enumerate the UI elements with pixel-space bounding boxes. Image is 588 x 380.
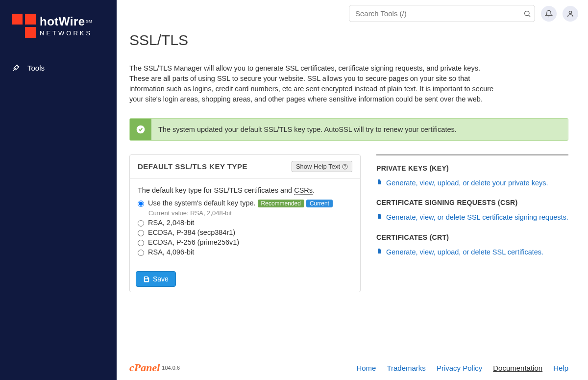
show-help-button[interactable]: Show Help Text: [292, 161, 352, 172]
save-label: Save: [153, 275, 169, 283]
svg-point-1: [569, 11, 571, 13]
footer: cPanel 104.0.6 HomeTrademarksPrivacy Pol…: [117, 355, 588, 380]
footer-link[interactable]: Documentation: [493, 364, 542, 372]
user-icon: [566, 10, 574, 18]
bell-icon: [545, 10, 553, 18]
check-circle-icon: [130, 119, 151, 140]
key-type-label: RSA, 2,048-bit: [148, 219, 194, 227]
svg-point-4: [345, 168, 345, 168]
key-type-radio[interactable]: [138, 230, 144, 236]
topbar: [117, 0, 588, 27]
search-button[interactable]: [523, 10, 531, 18]
key-type-option[interactable]: RSA, 2,048-bit: [138, 219, 352, 227]
file-icon: [376, 213, 382, 220]
right-panel: PRIVATE KEYS (KEY) Generate, view, uploa…: [376, 154, 568, 292]
page-intro: The SSL/TLS Manager will allow you to ge…: [129, 63, 502, 104]
file-icon: [376, 178, 382, 185]
svg-point-0: [525, 11, 529, 15]
cpanel-version: 104.0.6: [162, 365, 180, 371]
nav-tools[interactable]: Tools: [0, 57, 117, 78]
right-section-title: CERTIFICATE SIGNING REQUESTS (CSR): [376, 199, 568, 206]
right-section-link[interactable]: Generate, view, upload, or delete your p…: [376, 178, 568, 188]
search-icon: [523, 10, 531, 18]
card-description: The default key type for SSL/TLS certifi…: [138, 186, 352, 194]
csr-abbr: CSRs: [294, 186, 313, 195]
search-input[interactable]: [349, 5, 535, 22]
file-icon: [376, 248, 382, 254]
footer-link[interactable]: Privacy Policy: [437, 364, 482, 372]
key-type-radio[interactable]: [138, 250, 144, 256]
current-value-text: Current value: RSA, 2,048-bit: [148, 209, 352, 217]
key-type-radio[interactable]: [138, 240, 144, 246]
key-type-radio[interactable]: [138, 201, 144, 207]
key-type-radio[interactable]: [138, 220, 144, 227]
current-badge: Current: [306, 200, 333, 207]
key-type-option[interactable]: ECDSA, P-384 (secp384r1): [138, 228, 352, 236]
notifications-button[interactable]: [541, 6, 557, 22]
save-icon: [143, 276, 150, 282]
brand-mark: SM: [86, 19, 92, 24]
footer-link[interactable]: Trademarks: [387, 364, 425, 372]
key-type-radio-group: Use the system's default key type.Recomm…: [138, 199, 352, 256]
key-type-option[interactable]: RSA, 4,096-bit: [138, 248, 352, 256]
account-button[interactable]: [563, 6, 578, 22]
key-type-label: Use the system's default key type.: [148, 199, 256, 207]
recommended-badge: Recommended: [258, 200, 304, 207]
question-circle-icon: [342, 164, 348, 170]
nav-tools-label: Tools: [27, 64, 45, 72]
brand-name: hotWire: [40, 15, 85, 28]
page-title: SSL/TLS: [129, 32, 568, 49]
key-type-option[interactable]: ECDSA, P-256 (prime256v1): [138, 238, 352, 246]
right-section-link[interactable]: Generate, view, upload, or delete SSL ce…: [376, 247, 568, 257]
footer-link[interactable]: Help: [553, 364, 568, 372]
right-section-link[interactable]: Generate, view, or delete SSL certificat…: [376, 212, 568, 222]
key-type-label: ECDSA, P-384 (secp384r1): [148, 228, 235, 236]
footer-links: HomeTrademarksPrivacy PolicyDocumentatio…: [356, 364, 568, 372]
help-label: Show Help Text: [296, 163, 340, 170]
footer-link[interactable]: Home: [356, 364, 376, 372]
save-button[interactable]: Save: [136, 271, 176, 287]
brand-sub: NETWORKS: [40, 29, 92, 37]
card-title: DEFAULT SSL/TLS KEY TYPE: [138, 162, 247, 171]
tools-icon: [12, 63, 21, 72]
key-type-label: ECDSA, P-256 (prime256v1): [148, 238, 239, 246]
success-alert: The system updated your default SSL/TLS …: [129, 118, 568, 141]
logo-mark-icon: [12, 14, 36, 38]
right-section-title: CERTIFICATES (CRT): [376, 233, 568, 241]
right-section-title: PRIVATE KEYS (KEY): [376, 154, 568, 172]
key-type-option[interactable]: Use the system's default key type.Recomm…: [138, 199, 352, 207]
brand-logo: hotWireSM NETWORKS: [0, 14, 117, 57]
cpanel-logo: cPanel: [129, 361, 160, 374]
sidebar: hotWireSM NETWORKS Tools: [0, 0, 117, 380]
alert-message: The system updated your default SSL/TLS …: [151, 126, 464, 133]
key-type-label: RSA, 4,096-bit: [148, 248, 194, 256]
key-type-card: DEFAULT SSL/TLS KEY TYPE Show Help Text …: [129, 154, 361, 292]
